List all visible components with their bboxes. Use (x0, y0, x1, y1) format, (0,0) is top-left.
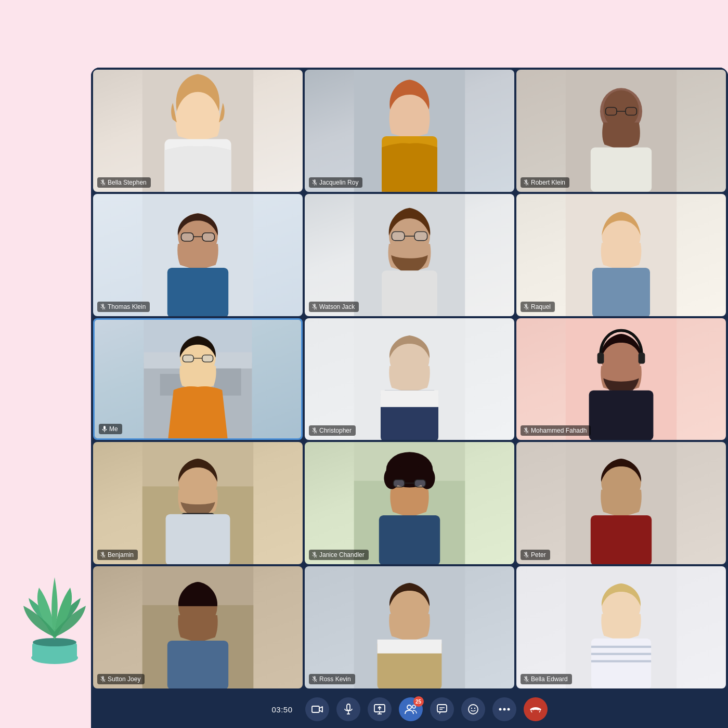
muted-mic-icon-9 (100, 551, 106, 558)
microphone-icon (344, 704, 353, 715)
participant-name-jacquelin-roy: Jacquelin Roy (309, 177, 362, 188)
svg-rect-72 (589, 390, 654, 440)
chat-button[interactable] (430, 697, 454, 721)
participant-cell-peter[interactable]: Peter (516, 442, 726, 564)
svg-rect-27 (167, 268, 228, 316)
muted-mic-icon-14 (524, 675, 529, 683)
muted-mic-icon-10 (312, 551, 317, 558)
muted-mic-icon-8 (524, 427, 529, 434)
muted-mic-icon-13 (312, 675, 317, 683)
muted-mic-icon-3 (524, 179, 529, 186)
participant-name-bella-edward: Bella Edward (521, 674, 572, 684)
participant-name-janice-chandler: Janice Chandler (309, 550, 369, 560)
participant-cell-benjamin[interactable]: Benjamin (93, 442, 303, 564)
svg-point-90 (390, 463, 401, 479)
participant-cell-bella-edward[interactable]: Bella Edward (516, 566, 726, 688)
svg-rect-29 (202, 233, 214, 241)
svg-rect-56 (183, 355, 193, 362)
svg-rect-115 (378, 640, 442, 654)
toolbar: 03:50 (91, 691, 728, 728)
svg-rect-128 (312, 706, 319, 712)
muted-mic-icon-6 (524, 303, 529, 310)
muted-mic-icon-7 (312, 427, 317, 434)
svg-line-147 (539, 711, 540, 713)
participant-cell-watson-jack[interactable]: Watson Jack (305, 194, 514, 316)
people-count-badge: 25 (413, 696, 424, 707)
participant-name-benjamin: Benjamin (97, 550, 138, 560)
svg-rect-37 (392, 231, 405, 240)
svg-rect-101 (591, 515, 652, 564)
svg-rect-59 (103, 426, 106, 430)
svg-point-91 (418, 463, 429, 479)
participant-cell-ross-kevin[interactable]: Ross Kevin (305, 566, 514, 688)
participant-cell-janice-chandler[interactable]: Janice Chandler (305, 442, 514, 564)
participant-name-mohammed-fahadh: Mohammed Fahadh (521, 425, 591, 436)
svg-line-148 (531, 711, 532, 713)
chat-icon (437, 704, 447, 714)
svg-point-145 (503, 708, 505, 711)
participant-name-sutton-joey: Sutton Joey (97, 674, 145, 684)
svg-point-136 (407, 705, 411, 709)
participant-cell-bella-stephen[interactable]: Bella Stephen (93, 70, 303, 192)
muted-mic-icon-11 (524, 551, 529, 558)
svg-point-141 (469, 705, 478, 714)
participant-name-me: Me (99, 424, 122, 434)
svg-rect-93 (414, 480, 425, 487)
svg-rect-95 (379, 515, 440, 564)
muted-mic-icon-5 (312, 303, 317, 310)
svg-rect-108 (167, 641, 228, 688)
camera-icon (311, 705, 323, 714)
participant-name-raquel: Raquel (521, 302, 555, 312)
plant-decoration (21, 562, 88, 666)
call-timer: 03:50 (271, 705, 292, 714)
svg-point-137 (412, 705, 415, 708)
muted-mic-icon-4 (100, 303, 106, 310)
participant-cell-sutton-joey[interactable]: Sutton Joey (93, 566, 303, 688)
people-button[interactable]: 25 (399, 697, 423, 721)
svg-rect-92 (394, 480, 405, 487)
video-grid: Bella Stephen (91, 68, 728, 691)
end-call-button[interactable] (524, 697, 548, 721)
svg-rect-138 (437, 705, 447, 712)
svg-rect-71 (639, 353, 645, 363)
participant-name-peter: Peter (521, 550, 550, 560)
share-screen-icon (374, 704, 385, 714)
svg-rect-129 (347, 704, 350, 710)
muted-mic-icon (100, 179, 106, 186)
camera-button[interactable] (305, 697, 329, 721)
svg-rect-64 (381, 390, 438, 407)
reactions-button[interactable] (461, 697, 485, 721)
more-icon (499, 708, 510, 711)
muted-mic-icon-2 (312, 179, 317, 186)
svg-rect-46 (592, 268, 650, 316)
svg-rect-70 (597, 353, 604, 363)
more-button[interactable] (492, 697, 516, 721)
participant-cell-me[interactable]: Me (93, 318, 303, 440)
end-call-icon (529, 705, 542, 713)
participant-cell-thomas-klein[interactable]: Thomas Klein (93, 194, 303, 316)
active-mic-icon (102, 425, 107, 433)
participant-cell-jacquelin-roy[interactable]: Jacquelin Roy (305, 70, 514, 192)
people-icon (405, 704, 417, 714)
svg-rect-36 (382, 270, 437, 316)
participant-cell-robert-klein[interactable]: Robert Klein (516, 70, 726, 192)
svg-point-142 (471, 708, 472, 709)
svg-point-146 (507, 708, 510, 711)
participant-name-bella-stephen: Bella Stephen (97, 177, 151, 188)
svg-rect-57 (202, 355, 213, 362)
participant-name-ross-kevin: Ross Kevin (309, 674, 355, 684)
share-screen-button[interactable] (368, 697, 392, 721)
participant-name-christopher: Christopher (309, 425, 356, 436)
svg-rect-80 (166, 514, 230, 564)
svg-point-143 (474, 708, 475, 709)
microphone-button[interactable] (336, 697, 360, 721)
reactions-icon (467, 704, 479, 715)
participant-cell-raquel[interactable]: Raquel (516, 194, 726, 316)
svg-rect-18 (591, 147, 652, 191)
muted-mic-icon-12 (100, 675, 106, 683)
participant-cell-mohammed-fahadh[interactable]: Mohammed Fahadh (516, 318, 726, 440)
svg-point-144 (499, 708, 501, 711)
svg-rect-38 (414, 231, 427, 240)
participant-cell-christopher[interactable]: Christopher (305, 318, 514, 440)
participant-name-robert-klein: Robert Klein (521, 177, 569, 188)
